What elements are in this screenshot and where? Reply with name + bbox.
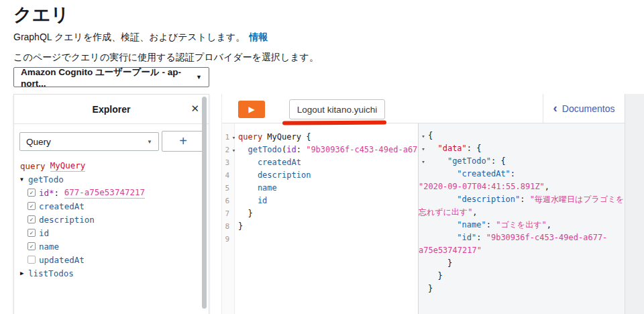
- subtitle-text: GraphQL クエリを作成、検証、およびテストします。: [13, 32, 245, 42]
- field-label: createdAt: [39, 201, 85, 211]
- code-line: 1▾query MyQuery {: [222, 131, 418, 144]
- checkbox-checked[interactable]: ✓: [28, 215, 36, 223]
- dropdown-arrow-icon: ▼: [147, 139, 152, 145]
- field-label: name: [39, 242, 59, 252]
- result-line: "id": "9b30936f-c453-49ed-a677-: [419, 231, 625, 244]
- result-line: }: [419, 257, 625, 270]
- logout-button[interactable]: Logout kitano.yuichi: [289, 99, 385, 119]
- result-line: a75e53747217": [419, 244, 625, 257]
- graphiql-toolbar: ▶ Logout kitano.yuichi ‹ Documentos: [222, 94, 625, 123]
- page-title: クエリ: [13, 3, 69, 27]
- fold-open-icon[interactable]: ▾: [229, 132, 238, 144]
- field-label: getTodo: [28, 174, 64, 185]
- checkbox-unchecked[interactable]: [28, 256, 36, 264]
- result-line: "2020-09-07T04:41:55.891Z",: [419, 180, 625, 193]
- result-line: ▾{: [419, 129, 625, 142]
- code-line: 4 description: [222, 169, 418, 182]
- query-editor[interactable]: 1▾query MyQuery { 2▾ getTodo(id: "9b3093…: [222, 123, 418, 314]
- auth-provider-select-value: Amazon Cognito ユーザープール - ap-nort...: [21, 66, 196, 89]
- explorer-scrollbar[interactable]: [202, 97, 207, 309]
- line-number: 9: [222, 233, 229, 246]
- code-line: 2▾ getTodo(id: "9b30936f-c453-49ed-a677: [222, 144, 418, 156]
- code-line: 8}: [222, 220, 418, 233]
- field-label: updatedAt: [39, 255, 85, 265]
- chevron-left-icon: ‹: [553, 101, 557, 114]
- result-line: "description": "毎週水曜日はプラゴミを: [419, 193, 625, 206]
- operation-name-input[interactable]: MyQuery: [50, 160, 86, 172]
- result-line: "name": "ゴミを出す",: [419, 219, 625, 231]
- tree-field-updatedAt[interactable]: updatedAt: [28, 253, 198, 266]
- arg-name: id*: [39, 188, 54, 198]
- page-subtitle: GraphQL クエリを作成、検証、およびテストします。情報: [13, 32, 268, 44]
- result-line: }: [419, 282, 625, 295]
- docs-link-label: Documentos: [562, 103, 615, 114]
- result-line: ▾ "getTodo": {: [419, 155, 625, 168]
- code-line: 9: [222, 233, 418, 246]
- explorer-header: Explorer ✕: [14, 95, 209, 124]
- tree-arg-id[interactable]: ✓id*: 677-a75e53747217: [28, 186, 198, 199]
- operation-row[interactable]: queryMyQuery: [20, 159, 198, 172]
- line-number: 2: [222, 144, 229, 156]
- arg-colon: :: [54, 188, 64, 198]
- tree-field-createdAt[interactable]: ✓createdAt: [28, 199, 198, 213]
- result-line: }: [419, 270, 625, 282]
- dropdown-arrow-icon: ▼: [196, 74, 202, 81]
- tree-open-icon[interactable]: ▼: [20, 176, 28, 182]
- tree-node-listTodos[interactable]: ▶listTodos: [20, 266, 198, 280]
- code-line: 6 id: [222, 195, 418, 207]
- docs-link[interactable]: ‹ Documentos: [543, 94, 625, 123]
- code-line: 3 createdAt: [222, 156, 418, 169]
- result-line: ▾ "data": {: [419, 142, 625, 155]
- code-line: 5 name: [222, 182, 418, 195]
- line-number: 7: [222, 207, 229, 220]
- field-label: description: [39, 215, 95, 225]
- fold-open-icon[interactable]: ▾: [419, 156, 428, 168]
- fold-open-icon[interactable]: ▾: [419, 130, 428, 143]
- checkbox-checked[interactable]: ✓: [28, 189, 36, 197]
- annotation-underline: [282, 120, 386, 125]
- line-number: 3: [222, 156, 229, 169]
- doc-explorer-collapsed-strip: [625, 94, 644, 314]
- auth-provider-select[interactable]: Amazon Cognito ユーザープール - ap-nort... ▼: [13, 67, 209, 87]
- execute-query-button[interactable]: ▶: [238, 101, 265, 118]
- explorer-panel: Explorer ✕ Query ▼ + queryMyQuery ▼getTo…: [13, 94, 209, 314]
- field-label: listTodos: [28, 268, 74, 278]
- line-number: 8: [222, 220, 229, 233]
- operation-type-value: Query: [26, 137, 51, 147]
- line-number: 1: [222, 131, 229, 144]
- result-line: "createdAt":: [419, 168, 625, 180]
- explorer-title: Explorer: [93, 104, 131, 115]
- line-number: 4: [222, 169, 229, 182]
- arg-value-input[interactable]: 677-a75e53747217: [64, 187, 145, 199]
- line-number: 5: [222, 182, 229, 195]
- fold-open-icon[interactable]: ▾: [419, 143, 428, 156]
- result-line: 忘れずに出す",: [419, 206, 625, 219]
- explorer-tree: queryMyQuery ▼getTodo ✓id*: 677-a75e5374…: [20, 159, 198, 280]
- line-number: 6: [222, 195, 229, 207]
- play-icon: ▶: [248, 105, 254, 114]
- operation-keyword: query: [20, 161, 46, 171]
- graphiql-container: ▶ Logout kitano.yuichi ‹ Documentos 1▾qu…: [221, 94, 644, 314]
- checkbox-checked[interactable]: ✓: [28, 229, 36, 237]
- fold-open-icon[interactable]: ▾: [229, 144, 238, 157]
- tree-field-description[interactable]: ✓description: [28, 213, 198, 226]
- info-link[interactable]: 情報: [249, 32, 268, 42]
- tree-field-id[interactable]: ✓id: [28, 226, 198, 240]
- checkbox-checked[interactable]: ✓: [28, 242, 36, 250]
- operation-type-select[interactable]: Query ▼: [19, 132, 159, 151]
- auth-provider-hint: このページでクエリの実行に使用する認証プロバイダーを選択します。: [13, 52, 319, 64]
- tree-field-name[interactable]: ✓name: [28, 240, 198, 253]
- tree-node-getTodo[interactable]: ▼getTodo: [20, 172, 198, 186]
- field-label: id: [39, 228, 49, 238]
- checkbox-checked[interactable]: ✓: [28, 202, 36, 210]
- tree-collapsed-icon[interactable]: ▶: [20, 270, 28, 276]
- code-line: 7 }: [222, 207, 418, 220]
- add-operation-button[interactable]: +: [162, 131, 205, 152]
- close-icon[interactable]: ✕: [191, 103, 199, 113]
- result-viewer: ▾{ ▾ "data": { ▾ "getTodo": { "createdAt…: [418, 123, 625, 314]
